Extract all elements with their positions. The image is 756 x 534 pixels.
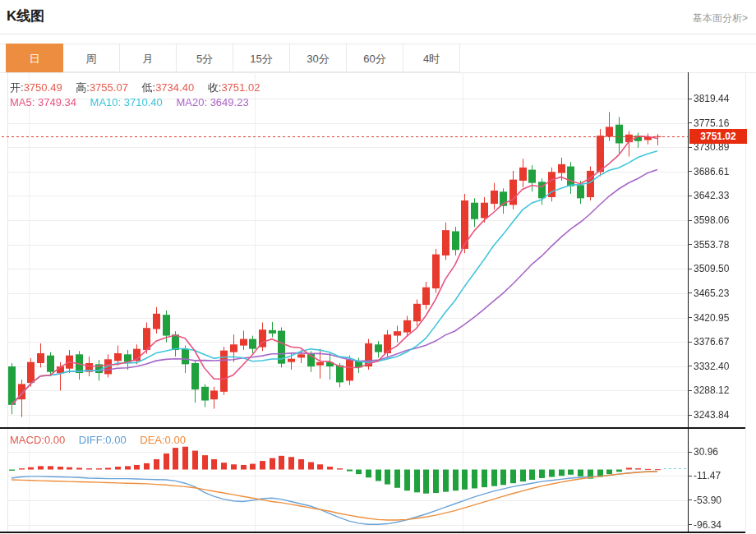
y-axis-tick (688, 415, 692, 416)
y-axis-tick (688, 476, 692, 476)
ma20-label: MA20: (176, 96, 207, 108)
tab-60分[interactable]: 60分 (346, 44, 403, 72)
ma20-value: 3649.23 (210, 96, 249, 108)
y-axis-label: 3509.50 (694, 263, 729, 274)
y-axis-label: 3332.40 (694, 361, 729, 372)
high-value: 3755.07 (90, 81, 128, 94)
y-axis-label: 3465.23 (694, 288, 729, 299)
tab-30分[interactable]: 30分 (289, 44, 347, 72)
diff-value: 0.00 (105, 434, 126, 446)
dea-value: 0.00 (165, 434, 186, 446)
open-label: 开: (10, 81, 24, 94)
y-axis-label: 3288.12 (694, 384, 729, 396)
y-axis-line (688, 72, 689, 533)
fundamental-analysis-link[interactable]: 基本面分析> (693, 12, 748, 25)
y-axis-label: 3642.33 (694, 190, 729, 201)
diff-label: DIFF: (79, 434, 106, 446)
y-axis-label: 3553.78 (694, 239, 729, 251)
y-axis-tick (688, 171, 692, 172)
dea-label: DEA: (140, 434, 164, 446)
y-axis-tick (688, 317, 692, 318)
y-axis-tick (688, 244, 692, 245)
ma10-label: MA10: (90, 96, 122, 108)
tab-周[interactable]: 周 (62, 44, 120, 72)
y-axis-label: 30.96 (694, 446, 718, 458)
y-axis-label: 3420.95 (694, 312, 729, 324)
y-axis-tick (688, 524, 692, 525)
open-value: 3750.49 (24, 81, 62, 94)
close-value: 3751.02 (221, 81, 260, 94)
y-axis-tick (688, 269, 692, 269)
y-axis-tick (688, 452, 692, 453)
main-chart-canvas[interactable] (0, 72, 688, 428)
low-value: 3734.40 (155, 81, 194, 94)
page-title: K线图 (7, 7, 44, 25)
header-divider (0, 34, 756, 35)
tab-日[interactable]: 日 (6, 44, 63, 72)
high-label: 高: (76, 81, 90, 94)
tab-bar: 日周月5分15分30分60分4时 (7, 44, 460, 72)
y-axis-tick (688, 292, 692, 293)
y-axis-label: 3775.16 (694, 117, 729, 129)
y-axis-label: 3243.84 (694, 409, 729, 421)
y-axis-tick (688, 122, 692, 123)
y-axis-tick (688, 342, 692, 343)
tab-月[interactable]: 月 (119, 44, 177, 72)
y-axis-tick (688, 390, 692, 391)
y-axis-tick (688, 220, 692, 221)
tab-15分[interactable]: 15分 (233, 44, 290, 72)
ma10-value: 3710.40 (124, 96, 163, 108)
macd-value: 0.00 (44, 434, 65, 446)
ma5-value: 3749.34 (38, 96, 76, 108)
y-axis-label: 3819.44 (694, 93, 729, 104)
y-axis-tick (688, 147, 692, 148)
kline-page: K线图 基本面分析> 日周月5分15分30分60分4时 开:3750.49 高:… (0, 0, 756, 534)
ohlc-row: 开:3750.49 高:3755.07 低:3734.40 收:3751.02 (10, 81, 270, 95)
pane-separator-line (0, 427, 746, 429)
y-axis-tick (688, 196, 692, 196)
y-axis-label: -11.47 (694, 470, 721, 481)
y-axis-tick (688, 366, 692, 366)
y-axis-label: -96.34 (694, 519, 721, 531)
y-axis-label: -53.90 (694, 495, 721, 506)
y-axis-label: 3598.06 (694, 214, 729, 226)
macd-label: MACD: (10, 434, 44, 446)
low-label: 低: (142, 81, 156, 94)
ma-row: MA5: 3749.34 MA10: 3710.40 MA20: 3649.23 (10, 96, 260, 108)
y-axis-label: 3686.61 (694, 166, 729, 177)
y-axis-label: 3376.67 (694, 336, 729, 348)
tab-4时[interactable]: 4时 (403, 44, 460, 72)
ma5-label: MA5: (10, 96, 35, 108)
close-label: 收: (208, 81, 222, 94)
chart-bottom-line (0, 532, 746, 533)
current-price-badge: 3751.02 (689, 129, 747, 144)
tab-5分[interactable]: 5分 (176, 44, 233, 72)
y-axis-tick (688, 499, 692, 500)
y-axis-tick (688, 99, 692, 99)
chart-area: 开:3750.49 高:3755.07 低:3734.40 收:3751.02 … (0, 72, 756, 534)
macd-values-row: MACD:0.00 DIFF:0.00 DEA:0.00 (10, 434, 196, 446)
